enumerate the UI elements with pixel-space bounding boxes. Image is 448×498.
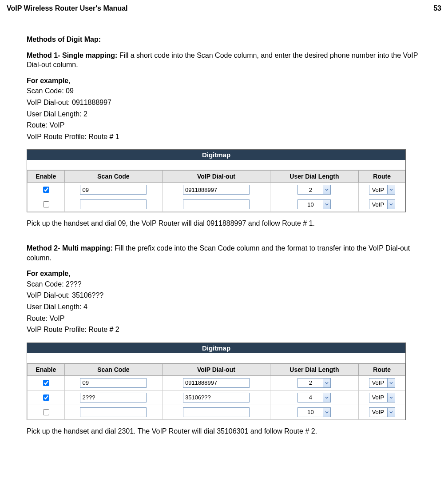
example-line: Route: VoIP <box>27 314 432 323</box>
voip-dialout-input[interactable] <box>183 199 250 209</box>
col-enable: Enable <box>28 363 65 375</box>
chevron-down-icon <box>387 200 395 209</box>
user-dial-length-select[interactable]: 2 <box>297 378 331 388</box>
enable-checkbox[interactable] <box>43 201 49 207</box>
route-select[interactable]: VoIP <box>369 393 395 402</box>
digitmap-table: Enable Scan Code VoIP Dial-out User Dial… <box>27 363 405 420</box>
scan-code-input[interactable] <box>80 185 147 195</box>
section-title: Methods of Digit Map: <box>27 35 432 44</box>
scan-code-input[interactable] <box>80 199 147 209</box>
enable-checkbox[interactable] <box>43 409 49 415</box>
digitmap-table: Enable Scan Code VoIP Dial-out User Dial… <box>27 170 405 212</box>
method1-example: For example, Scan Code: 09 VoIP Dial-out… <box>27 76 432 142</box>
col-enable: Enable <box>28 171 65 183</box>
example-label: For example <box>27 77 68 84</box>
page-header: VoIP Wireless Router User's Manual 53 <box>7 4 441 12</box>
digitmap-title: Digitmap <box>27 343 405 353</box>
method1-title: Method 1- Single mapping: <box>27 52 117 59</box>
chevron-down-icon <box>387 185 395 194</box>
manual-title: VoIP Wireless Router User's Manual <box>7 4 128 12</box>
chevron-down-icon <box>323 393 330 402</box>
col-route: Route <box>359 363 405 375</box>
col-route: Route <box>359 171 405 183</box>
example-line: Route: VoIP <box>27 120 432 130</box>
chevron-down-icon <box>323 378 330 387</box>
chevron-down-icon <box>323 200 330 209</box>
example-line: VoIP Dial-out: 0911888997 <box>27 98 432 108</box>
route-select[interactable]: VoIP <box>369 199 395 209</box>
user-dial-length-select[interactable]: 2 <box>297 185 331 195</box>
chevron-down-icon <box>323 185 330 194</box>
enable-checkbox[interactable] <box>43 380 49 386</box>
route-select[interactable]: VoIP <box>369 407 395 417</box>
method1-footer: Pick up the handset and dial 09, the VoI… <box>27 219 432 228</box>
example-line: Scan Code: 2??? <box>27 279 432 289</box>
chevron-down-icon <box>387 408 395 417</box>
table-row: 4 VoIP <box>28 390 405 405</box>
example-line: VoIP Route Profile: Route # 1 <box>27 132 432 142</box>
col-scan: Scan Code <box>64 171 163 183</box>
example-line: VoIP Route Profile: Route # 2 <box>27 325 432 335</box>
table-row: 10 VoIP <box>28 405 405 419</box>
voip-dialout-input[interactable] <box>183 393 250 402</box>
method2-paragraph: Method 2- Multi mapping: Fill the prefix… <box>27 243 432 263</box>
chevron-down-icon <box>387 378 395 387</box>
table-row: 2 VoIP <box>28 183 405 197</box>
digitmap-title: Digitmap <box>27 150 405 160</box>
voip-dialout-input[interactable] <box>183 407 250 417</box>
table-header-row: Enable Scan Code VoIP Dial-out User Dial… <box>28 363 405 375</box>
method2-title: Method 2- Multi mapping: <box>27 244 113 252</box>
enable-checkbox[interactable] <box>43 394 49 401</box>
voip-dialout-input[interactable] <box>183 185 250 195</box>
page-content: Methods of Digit Map: Method 1- Single m… <box>27 35 432 436</box>
route-select[interactable]: VoIP <box>369 378 395 388</box>
col-len: User Dial Length <box>270 171 359 183</box>
page-number: 53 <box>433 4 441 12</box>
user-dial-length-select[interactable]: 10 <box>297 199 331 209</box>
table-row: 2 VoIP <box>28 375 405 390</box>
col-dial: VoIP Dial-out <box>163 363 270 375</box>
user-dial-length-select[interactable]: 10 <box>297 407 331 417</box>
user-dial-length-select[interactable]: 4 <box>297 393 331 402</box>
chevron-down-icon <box>323 408 330 417</box>
scan-code-input[interactable] <box>80 378 147 388</box>
scan-code-input[interactable] <box>80 393 147 402</box>
example-line: User Dial Length: 4 <box>27 302 432 312</box>
digitmap-panel-2: Digitmap Enable Scan Code VoIP Dial-out … <box>27 343 406 420</box>
scan-code-input[interactable] <box>80 407 147 417</box>
table-row: 10 VoIP <box>28 197 405 212</box>
enable-checkbox[interactable] <box>43 187 49 193</box>
col-dial: VoIP Dial-out <box>163 171 270 183</box>
route-select[interactable]: VoIP <box>369 185 395 195</box>
method2-example: For example, Scan Code: 2??? VoIP Dial-o… <box>27 269 432 335</box>
example-line: Scan Code: 09 <box>27 86 432 96</box>
example-label: For example <box>27 270 68 277</box>
table-header-row: Enable Scan Code VoIP Dial-out User Dial… <box>28 171 405 183</box>
example-line: User Dial Length: 2 <box>27 109 432 119</box>
method2-footer: Pick up the handset and dial 2301. The V… <box>27 426 432 436</box>
example-line: VoIP Dial-out: 35106??? <box>27 291 432 300</box>
digitmap-panel-1: Digitmap Enable Scan Code VoIP Dial-out … <box>27 149 406 212</box>
chevron-down-icon <box>387 393 395 402</box>
col-scan: Scan Code <box>64 363 163 375</box>
method1-paragraph: Method 1- Single mapping: Fill a short c… <box>27 51 432 70</box>
col-len: User Dial Length <box>270 363 359 375</box>
voip-dialout-input[interactable] <box>183 378 250 388</box>
